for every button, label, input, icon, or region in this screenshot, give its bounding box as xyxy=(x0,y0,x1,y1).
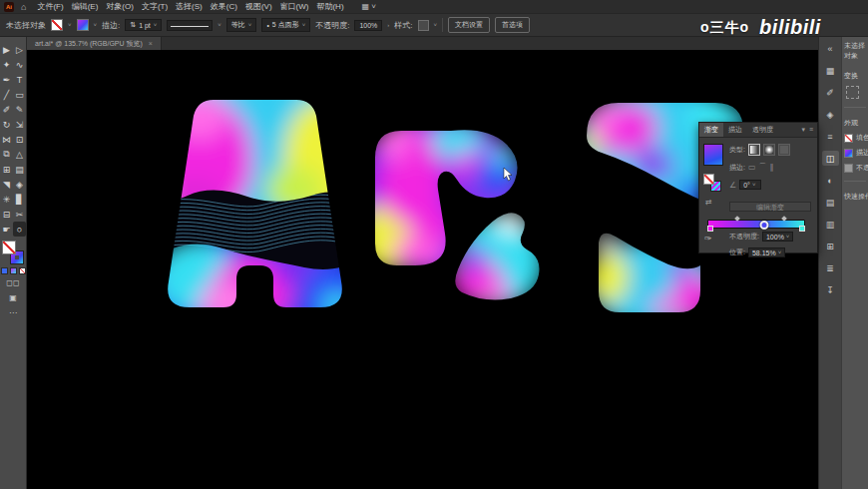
layers-panel-icon[interactable]: ◫ xyxy=(822,151,839,166)
fill-none-swatch[interactable] xyxy=(844,134,853,143)
stroke-style-dropdown-icon[interactable]: ˅ xyxy=(217,22,221,28)
slice-tool-icon[interactable]: ✂ xyxy=(13,207,26,222)
menu-item[interactable]: 文件(F) xyxy=(33,1,67,12)
tab-stroke[interactable]: 描边 xyxy=(723,123,747,137)
eyedropper-icon[interactable]: ✑ xyxy=(704,234,712,244)
menu-item[interactable]: 窗口(W) xyxy=(276,1,313,12)
gradient-button[interactable] xyxy=(10,267,17,274)
freeform-gradient-button[interactable] xyxy=(778,144,790,156)
align-panel-icon[interactable]: ≣ xyxy=(822,260,839,275)
close-tab-icon[interactable]: × xyxy=(149,40,153,47)
preferences-button[interactable]: 首选项 xyxy=(495,17,530,33)
menu-item[interactable]: 选择(S) xyxy=(172,1,207,12)
pen-tool-icon[interactable]: ✒ xyxy=(0,72,13,87)
gradient-stop-right[interactable] xyxy=(799,226,805,232)
symbol-sprayer-tool-icon[interactable]: ✳ xyxy=(0,192,13,207)
menu-item[interactable]: 效果(C) xyxy=(207,1,241,12)
menu-item[interactable]: 帮助(H) xyxy=(312,1,347,12)
stroke-across-icon[interactable]: ∥ xyxy=(770,163,774,172)
reverse-gradient-icon[interactable]: ⇄ xyxy=(705,198,712,207)
artboards-panel-icon[interactable]: ⊞ xyxy=(822,239,839,253)
fill-swatch[interactable] xyxy=(2,241,16,254)
panel-menu-icon[interactable]: ≡ xyxy=(809,126,813,134)
asset-export-panel-icon[interactable]: ↧ xyxy=(822,282,839,297)
menu-item[interactable]: 文字(T) xyxy=(138,1,172,12)
gradient-slider[interactable] xyxy=(707,220,805,229)
opacity-value-field[interactable]: 100% xyxy=(354,20,382,31)
lasso-tool-icon[interactable]: ∿ xyxy=(13,57,26,72)
opacity-row[interactable]: 不透明度 xyxy=(844,163,866,173)
stroke-color-swatch[interactable] xyxy=(77,19,89,31)
column-graph-tool-icon[interactable]: ▊ xyxy=(13,192,26,207)
perspective-grid-tool-icon[interactable]: △ xyxy=(13,147,26,162)
scale-tool-icon[interactable]: ⇲ xyxy=(13,117,26,132)
rotate-tool-icon[interactable]: ↻ xyxy=(0,117,13,132)
tab-gradient[interactable]: 渐变 xyxy=(699,123,723,137)
magic-wand-tool-icon[interactable]: ✦ xyxy=(0,57,13,72)
fill-color-swatch[interactable] xyxy=(51,19,63,31)
document-tab[interactable]: art.ai* @ 135.7% (RGB/GPU 预览) × xyxy=(27,37,162,50)
panel-collapse-icon[interactable]: ▾ xyxy=(801,126,805,134)
drawing-modes-icon[interactable]: ◻◻ xyxy=(0,277,26,289)
pencil-tool-icon[interactable]: ✎ xyxy=(13,102,26,117)
radial-gradient-button[interactable] xyxy=(763,144,775,156)
stroke-dropdown-icon[interactable]: ˅ xyxy=(94,22,98,28)
menu-item[interactable]: 对象(O) xyxy=(102,1,138,12)
gradient-tool-icon[interactable]: ▤ xyxy=(13,162,26,177)
opacity-panel-arrow-icon[interactable]: › xyxy=(387,22,389,28)
artboard-icon[interactable] xyxy=(846,86,859,99)
artwork-letter-a[interactable] xyxy=(137,58,372,358)
style-dropdown-icon[interactable]: ˅ xyxy=(434,22,438,28)
hand-tool-icon[interactable]: ☛ xyxy=(0,222,13,237)
artwork-blob[interactable] xyxy=(451,210,545,309)
none-button[interactable] xyxy=(19,267,26,274)
gradient-panel-icon[interactable]: ▤ xyxy=(822,195,839,210)
app-logo-icon[interactable]: Ai xyxy=(4,2,14,12)
gradient-stop-selected[interactable] xyxy=(759,221,768,230)
type-tool-icon[interactable]: T xyxy=(13,72,26,87)
gradient-fill-proxy[interactable] xyxy=(703,174,714,185)
menu-item[interactable]: 编辑(E) xyxy=(68,1,103,12)
artboard-tool-icon[interactable]: ⊟ xyxy=(0,207,13,222)
eyedropper-tool-icon[interactable]: ◥ xyxy=(0,177,13,192)
width-tool-icon[interactable]: ⋈ xyxy=(0,132,13,147)
color-panel-icon[interactable]: ◐ xyxy=(822,173,839,188)
width-profile-select[interactable]: 等比˅ xyxy=(226,18,257,32)
color-button[interactable] xyxy=(1,267,8,274)
direct-selection-tool-icon[interactable]: ▷ xyxy=(13,42,26,57)
stroke-along-icon[interactable]: ⌒ xyxy=(759,162,767,173)
tab-transparency[interactable]: 透明度 xyxy=(747,123,778,137)
stroke-panel-icon[interactable]: ≡ xyxy=(822,129,839,144)
zoom-tool-icon[interactable]: ○ xyxy=(13,222,26,237)
stroke-gradient-swatch[interactable] xyxy=(844,149,853,158)
paintbrush-tool-icon[interactable]: ✐ xyxy=(0,102,13,117)
free-transform-tool-icon[interactable]: ⊡ xyxy=(13,132,26,147)
fill-stroke-indicator[interactable] xyxy=(2,241,24,264)
stroke-style-preview[interactable] xyxy=(167,20,213,31)
screen-mode-icon[interactable]: ▣ xyxy=(0,292,26,304)
rectangle-tool-icon[interactable]: ▭ xyxy=(13,87,26,102)
angle-value-field[interactable]: 0°˅ xyxy=(739,180,761,190)
workspace-switcher-icon[interactable]: ▦ ˅ xyxy=(362,2,376,11)
gradient-stop-left[interactable] xyxy=(707,226,713,232)
collapse-panels-icon[interactable]: « xyxy=(822,41,839,56)
transparency-panel-icon[interactable]: ▥ xyxy=(822,217,839,232)
blend-tool-icon[interactable]: ◈ xyxy=(13,177,26,192)
stepper-arrows-icon[interactable]: ⇅ xyxy=(130,21,136,29)
swatches-panel-icon[interactable]: ▦ xyxy=(822,63,839,78)
edit-gradient-button[interactable]: 编辑渐变 xyxy=(729,202,811,212)
shape-builder-tool-icon[interactable]: ⧉ xyxy=(0,147,13,162)
linear-gradient-button[interactable] xyxy=(748,144,760,156)
gradient-fill-stroke-indicator[interactable] xyxy=(703,174,721,192)
menu-item[interactable]: 视图(V) xyxy=(241,1,276,12)
brushes-panel-icon[interactable]: ✐ xyxy=(822,85,839,100)
fill-row[interactable]: 填色 xyxy=(844,133,866,143)
selection-tool-icon[interactable]: ▶ xyxy=(0,42,13,57)
mesh-tool-icon[interactable]: ⊞ xyxy=(0,162,13,177)
stroke-weight-stepper[interactable]: ⇅1 pt˅ xyxy=(125,19,162,31)
gradient-thumbnail[interactable] xyxy=(703,144,723,166)
edit-toolbar-icon[interactable]: ⋯ xyxy=(0,307,26,319)
line-tool-icon[interactable]: ╱ xyxy=(0,87,13,102)
style-swatch[interactable] xyxy=(418,20,429,31)
symbols-panel-icon[interactable]: ◈ xyxy=(822,107,839,122)
